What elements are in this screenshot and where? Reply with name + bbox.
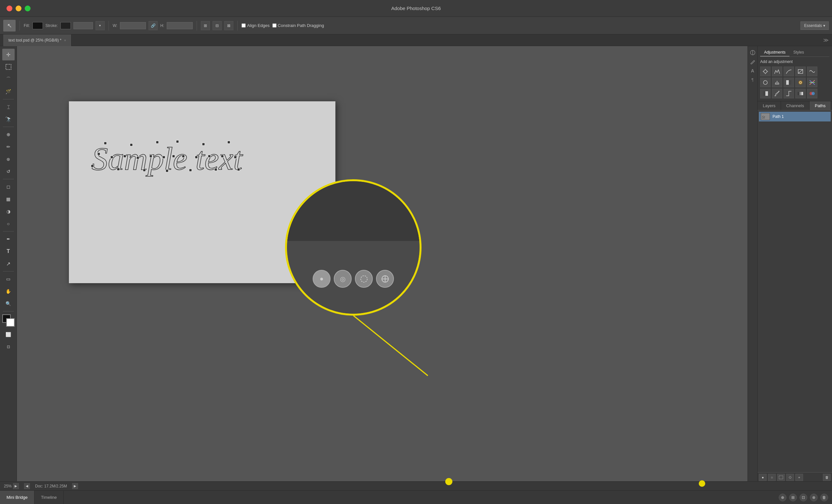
align-edges-group[interactable]: Align Edges [241,23,269,28]
stroke-width-input[interactable] [74,22,93,29]
path-as-selection-btn[interactable] [777,474,785,481]
adj-icons-row3 [760,89,829,99]
path-item-1[interactable]: St Path 1 [759,112,831,121]
adj-selectivecolor[interactable] [807,89,817,99]
tab-layers[interactable]: Layers [758,101,781,110]
path-combine-btn[interactable]: ⊞ [201,21,210,30]
tab-styles[interactable]: Styles [789,49,808,56]
svg-rect-59 [779,476,783,479]
scroll-left-btn[interactable]: ◀ [24,483,30,489]
bottom-ctrl-3[interactable]: ⊡ [800,494,807,501]
strip-adjustments-btn[interactable] [749,49,757,56]
tab-adjustments[interactable]: Adjustments [760,49,789,56]
stroke-path-btn[interactable]: ○ [768,474,776,481]
background-color[interactable] [6,318,15,327]
bottom-ctrl-5[interactable]: 🗑 [820,494,828,501]
adj-posterize[interactable] [772,89,782,99]
hand-tool[interactable]: ✋ [2,285,15,297]
rectangle-tool[interactable]: ▭ [2,273,15,285]
make-path-btn[interactable]: ◇ [786,474,794,481]
adj-photofilter[interactable] [795,78,806,87]
screen-mode-btn[interactable]: ⊡ [2,341,15,353]
align-edges-checkbox[interactable] [241,23,246,28]
path-align-btn[interactable]: ⊟ [212,21,222,30]
new-path-btn[interactable]: + [795,474,803,481]
link-wh-btn[interactable]: 🔗 [149,21,158,30]
w-input[interactable] [120,22,146,29]
adj-gradmap[interactable] [795,89,806,99]
h-input[interactable] [167,22,193,29]
strip-para-btn[interactable]: ¶ [749,76,757,84]
tab-close-btn[interactable]: × [64,38,66,42]
tab-channels[interactable]: Channels [781,101,810,110]
type-tool[interactable]: T [2,246,15,257]
mag-btn-4[interactable] [376,270,394,288]
pen-tool[interactable]: ✒ [2,233,15,245]
eyedropper-tool[interactable]: 🔭 [2,113,15,125]
adj-curves[interactable] [784,66,794,76]
bottom-controls: ⊕ ⊞ ⊡ ⊗ 🗑 [779,494,832,501]
delete-path-btn[interactable]: 🗑 [823,474,831,481]
stroke-options-btn[interactable]: ▾ [96,21,105,30]
adj-colorbalance[interactable] [772,78,782,87]
strip-char-btn[interactable]: A [749,67,757,75]
zoom-tool[interactable]: 🔍 [2,298,15,309]
svg-rect-17 [124,155,126,158]
adj-hsl[interactable] [760,78,771,87]
quick-select-tool[interactable]: 🪄 [2,86,15,97]
adj-exposure[interactable] [795,66,806,76]
bottom-ctrl-4[interactable]: ⊗ [810,494,818,501]
tab-paths[interactable]: Paths [810,101,831,110]
crop-tool[interactable]: ⌶ [2,101,15,113]
fill-color-swatch[interactable] [32,22,43,29]
mag-btn-1[interactable]: ● [313,270,331,288]
close-button[interactable] [6,5,12,11]
marquee-tool[interactable] [2,61,15,73]
bottom-ctrl-2[interactable]: ⊞ [789,494,797,501]
toolbar-select-tool[interactable]: ↖ [3,20,16,31]
fill-path-btn[interactable]: ● [759,474,767,481]
lasso-tool[interactable]: ⌒ [2,74,15,85]
spot-heal-tool[interactable]: ⊕ [2,129,15,140]
eraser-tool[interactable]: ◻ [2,181,15,193]
stroke-label: Stroke: [46,23,58,28]
constrain-group[interactable]: Constrain Path Dragging [272,23,324,28]
adj-brightness[interactable] [760,66,771,76]
timeline-tab[interactable]: Timeline [34,491,64,504]
adj-levels[interactable] [772,66,782,76]
adj-channelmixer[interactable] [807,78,817,87]
path-arrange-btn[interactable]: ⊠ [224,21,233,30]
constrain-checkbox[interactable] [272,23,277,28]
scroll-right-btn[interactable]: ▶ [72,483,78,489]
panel-collapse-btn[interactable]: ≫ [823,37,829,43]
adj-invert[interactable] [760,89,771,99]
quick-mask-btn[interactable]: ⬜ [2,329,15,340]
bottom-ctrl-1[interactable]: ⊕ [779,494,786,501]
minimize-button[interactable] [16,5,22,11]
brush-tool[interactable]: ✏ [2,141,15,152]
mag-btn-2[interactable]: ◎ [334,270,352,288]
strip-brush-btn[interactable] [749,58,757,65]
move-tool[interactable]: ✛ [2,49,15,60]
document-tab[interactable]: text tool.psd @ 25% (RGB/8) * × [3,34,72,46]
mini-bridge-tab[interactable]: Mini Bridge [0,491,34,504]
toolbar-sep-1 [20,21,20,30]
essentials-dropdown[interactable]: Essentials ▾ [801,22,829,30]
blur-tool[interactable]: ◑ [2,205,15,217]
mag-btn-3[interactable] [355,270,373,288]
clone-tool[interactable]: ⊛ [2,153,15,165]
gradient-tool[interactable]: ▦ [2,193,15,205]
maximize-button[interactable] [25,5,30,11]
adjustments-panel: Adjustments Styles Add an adjustment [758,46,832,101]
zoom-nav-btn[interactable]: ▶ [13,483,19,489]
adj-threshold[interactable] [784,89,794,99]
stroke-color-swatch[interactable] [60,22,71,29]
canvas-area: Sample text [17,46,748,482]
adj-vibrance[interactable] [807,66,817,76]
dodge-tool[interactable]: ○ [2,218,15,230]
tabbar: text tool.psd @ 25% (RGB/8) * × ≫ [0,34,832,46]
path-select-tool[interactable]: ↗ [2,258,15,270]
adj-bw[interactable] [784,78,794,87]
history-brush-tool[interactable]: ↺ [2,166,15,177]
window-controls[interactable] [6,5,30,11]
